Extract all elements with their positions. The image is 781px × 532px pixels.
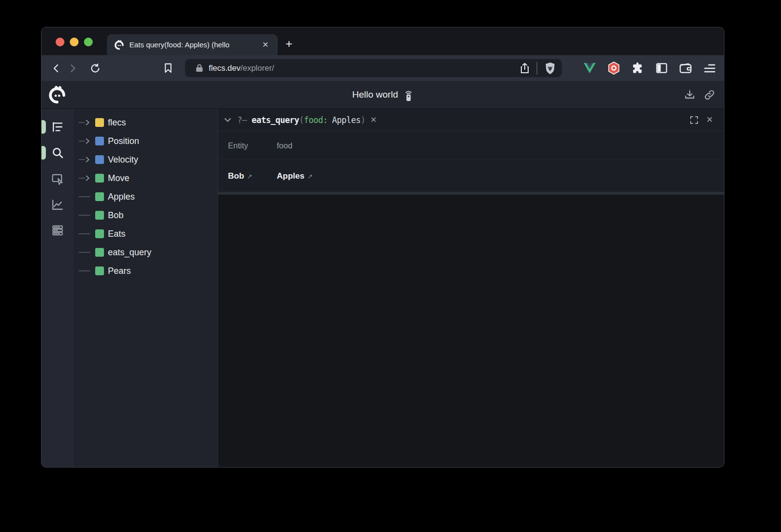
- panel-resize-handle[interactable]: [218, 192, 724, 195]
- wallet-icon[interactable]: [679, 62, 692, 75]
- active-panel-indicator: [41, 120, 46, 134]
- close-window-button[interactable]: [56, 38, 64, 46]
- browser-toolbar: flecs.dev /explorer/: [41, 55, 724, 81]
- query-arg-value: Apples: [332, 115, 360, 125]
- new-tab-button[interactable]: +: [286, 38, 292, 50]
- tree-item-eats_query[interactable]: eats_query: [74, 243, 218, 262]
- browser-tab[interactable]: Eats query(food: Apples) (hello ✕: [107, 34, 278, 55]
- tree-item-flecs[interactable]: flecs: [74, 113, 218, 132]
- query-arg-name: food:: [304, 115, 328, 125]
- expand-chevron-icon[interactable]: [79, 138, 95, 144]
- tree-item-Eats[interactable]: Eats: [74, 225, 218, 243]
- tree-item-label: Pears: [108, 266, 131, 276]
- window-controls: [56, 38, 93, 46]
- brave-shield-icon[interactable]: [544, 62, 556, 75]
- tree-item-Move[interactable]: Move: [74, 169, 218, 187]
- address-bar[interactable]: flecs.dev /explorer/: [185, 59, 562, 77]
- forward-button[interactable]: [64, 60, 81, 77]
- entity-color-swatch: [95, 229, 104, 238]
- cell-entity[interactable]: Bob↗: [228, 171, 277, 181]
- open-entity-arrow-icon[interactable]: ↗: [308, 173, 313, 180]
- zoom-window-button[interactable]: [84, 38, 93, 46]
- url-host: flecs.dev: [209, 63, 241, 73]
- tree-connector: [79, 252, 95, 253]
- explorer-content: flecsPositionVelocityMoveApplesBobEatsea…: [41, 109, 724, 468]
- extensions-puzzle-icon[interactable]: [631, 62, 644, 75]
- remote-connection-icon: [404, 88, 413, 102]
- share-icon[interactable]: [520, 60, 530, 77]
- expand-chevron-icon[interactable]: [79, 175, 95, 181]
- entity-color-swatch: [95, 192, 104, 201]
- tree-item-label: eats_query: [108, 247, 151, 258]
- lock-icon: [196, 64, 203, 72]
- tree-connector: [79, 233, 95, 234]
- tree-item-Bob[interactable]: Bob: [74, 206, 218, 225]
- tree-item-label: Apples: [108, 192, 135, 202]
- query-header: ?– eats_query ( food: Apples ) ✕ ✕: [218, 109, 724, 131]
- result-table-header: Entity food: [218, 131, 724, 160]
- tree-item-Position[interactable]: Position: [74, 132, 218, 150]
- tree-connector: [79, 215, 95, 216]
- entity-link-label[interactable]: Apples: [277, 171, 305, 181]
- flecs-favicon: [114, 40, 124, 50]
- entity-color-swatch: [95, 174, 104, 183]
- tree-item-label: flecs: [108, 118, 126, 128]
- panel-icon-strip: [41, 109, 74, 468]
- tab-close-icon[interactable]: ✕: [262, 40, 268, 49]
- entity-color-swatch: [95, 118, 104, 127]
- entity-tree-icon[interactable]: [51, 121, 64, 133]
- open-entity-arrow-icon[interactable]: ↗: [247, 173, 252, 180]
- sidebar-toggle-icon[interactable]: [655, 62, 668, 75]
- entity-color-swatch: [95, 266, 104, 275]
- link-icon[interactable]: [704, 89, 715, 101]
- query-search-icon[interactable]: [51, 146, 64, 159]
- table-row: Bob↗Apples↗: [218, 160, 724, 192]
- query-open-paren: (: [299, 115, 304, 125]
- browser-window: Eats query(food: Apples) (hello ✕ + flec…: [41, 27, 724, 468]
- url-path: /explorer/: [241, 63, 274, 73]
- data-rows-icon[interactable]: [51, 224, 64, 237]
- entity-color-swatch: [95, 155, 104, 164]
- browser-menu-icon[interactable]: [703, 62, 716, 75]
- divider: [536, 62, 537, 75]
- inspector-icon[interactable]: [51, 172, 64, 185]
- query-prompt: ?–: [237, 115, 247, 125]
- collapse-chevron-icon[interactable]: [224, 118, 231, 123]
- expand-chevron-icon[interactable]: [79, 120, 95, 125]
- query-name[interactable]: eats_query: [251, 115, 299, 125]
- query-close-paren: ): [361, 115, 366, 125]
- tree-item-Velocity[interactable]: Velocity: [74, 150, 218, 169]
- tree-item-label: Move: [108, 173, 129, 184]
- tree-item-Apples[interactable]: Apples: [74, 187, 218, 206]
- result-table-body: Bob↗Apples↗: [218, 160, 724, 192]
- entity-color-swatch: [95, 211, 104, 220]
- hexagon-extension-icon[interactable]: [607, 62, 620, 75]
- tree-connector: [79, 270, 95, 271]
- query-panel: ?– eats_query ( food: Apples ) ✕ ✕ En: [218, 109, 724, 195]
- entity-link-label[interactable]: Bob: [228, 171, 244, 181]
- cell-food[interactable]: Apples↗: [277, 171, 313, 181]
- query-clear-icon[interactable]: ✕: [370, 115, 376, 124]
- download-icon[interactable]: [684, 89, 695, 101]
- tree-item-Pears[interactable]: Pears: [74, 262, 218, 280]
- tab-title: Eats query(food: Apples) (hello: [129, 41, 260, 49]
- tree-item-label: Bob: [108, 210, 123, 221]
- expand-chevron-icon[interactable]: [79, 157, 95, 163]
- tab-strip: Eats query(food: Apples) (hello ✕ +: [41, 27, 724, 55]
- main-panel: ?– eats_query ( food: Apples ) ✕ ✕ En: [218, 109, 724, 468]
- entity-color-swatch: [95, 248, 104, 257]
- tree-item-label: Position: [108, 136, 139, 146]
- reload-button[interactable]: [87, 60, 103, 77]
- world-title: Hello world: [352, 89, 398, 100]
- stats-chart-icon[interactable]: [51, 198, 64, 211]
- minimize-window-button[interactable]: [70, 38, 79, 46]
- back-button[interactable]: [48, 60, 64, 77]
- explorer-header: Hello world: [41, 81, 724, 109]
- tree-connector: [79, 196, 95, 197]
- column-header-entity: Entity: [228, 141, 277, 150]
- fullscreen-icon[interactable]: [690, 116, 699, 124]
- bookmark-icon[interactable]: [160, 60, 177, 77]
- panel-close-icon[interactable]: ✕: [706, 115, 713, 125]
- vue-devtools-extension-icon[interactable]: [583, 62, 596, 75]
- entity-color-swatch: [95, 137, 104, 145]
